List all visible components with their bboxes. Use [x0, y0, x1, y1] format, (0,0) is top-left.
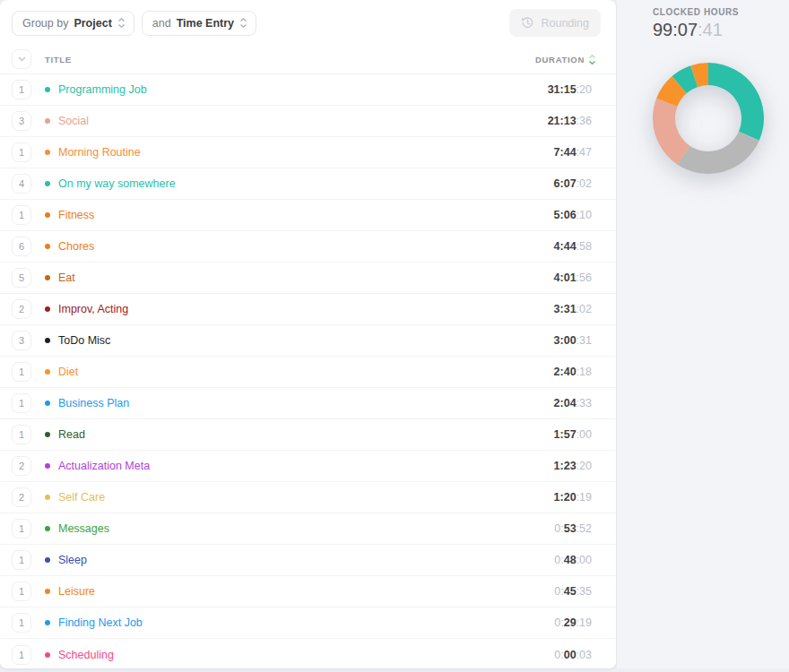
duration-dim-end: :58	[577, 240, 592, 253]
and-group-value: Time Entry	[177, 17, 234, 30]
duration-bold: 31:15	[548, 83, 577, 96]
table-row[interactable]: 1 Morning Routine 7:44:47	[0, 137, 616, 168]
duration-dim-start: 0:	[554, 554, 563, 566]
and-group-dropdown[interactable]: and Time Entry	[142, 11, 256, 36]
clocked-hours-donut-chart	[649, 59, 767, 177]
row-duration: 31:15:20	[548, 83, 592, 96]
duration-dim-end: :47	[577, 146, 592, 159]
row-entry-count: 1	[12, 550, 31, 570]
duration-bold: 2:40	[554, 366, 577, 378]
project-title: Sleep	[58, 554, 87, 566]
row-duration: 2:40:18	[554, 366, 592, 378]
row-duration: 6:07:02	[554, 177, 592, 190]
group-by-value: Project	[74, 17, 111, 30]
row-duration: 4:44:58	[554, 240, 592, 253]
grouping-toolbar: Group by Project and Time Entry	[0, 0, 616, 45]
duration-bold: 48	[564, 554, 577, 566]
table-row[interactable]: 1 Leisure 0:45:35	[0, 576, 616, 607]
chevron-down-icon	[18, 56, 26, 62]
table-row[interactable]: 2 Self Care 1:20:19	[0, 482, 616, 513]
duration-dim-end: :19	[577, 491, 592, 504]
duration-dim-end: :02	[577, 303, 592, 315]
table-row[interactable]: 1 Fitness 5:06:10	[0, 200, 616, 231]
project-color-dot	[45, 432, 50, 437]
row-entry-count: 2	[12, 456, 31, 476]
table-row[interactable]: 3 ToDo Misc 3:00:31	[0, 325, 616, 357]
row-duration: 7:44:47	[554, 146, 592, 159]
project-color-dot	[45, 306, 50, 312]
duration-dim-end: :56	[577, 271, 592, 284]
table-row[interactable]: 1 Finding Next Job 0:29:19	[0, 607, 616, 639]
duration-bold: 29	[564, 616, 577, 629]
duration-bold: 1:23	[554, 460, 577, 472]
project-title: Read	[58, 428, 85, 441]
table-row[interactable]: 6 Chores 4:44:58	[0, 231, 616, 263]
project-title: On my way somewhere	[58, 177, 176, 190]
project-title: Finding Next Job	[58, 616, 143, 629]
project-color-dot	[45, 87, 50, 92]
duration-dim-start: 0:	[554, 649, 563, 661]
column-header-title: TITLE	[45, 55, 72, 65]
duration-dim-end: :52	[577, 522, 592, 535]
duration-dim-end: :31	[577, 334, 592, 347]
row-entry-count: 1	[12, 613, 31, 633]
project-color-dot	[45, 275, 50, 280]
duration-bold: 3:31	[554, 303, 577, 315]
group-by-dropdown[interactable]: Group by Project	[12, 11, 134, 36]
duration-dim-end: :19	[577, 616, 592, 629]
table-row[interactable]: 2 Actualization Meta 1:23:20	[0, 451, 616, 482]
report-table-card: Group by Project and Time Entry	[0, 0, 616, 668]
table-row[interactable]: 4 On my way somewhere 6:07:02	[0, 168, 616, 200]
table-row[interactable]: 2 Improv, Acting 3:31:02	[0, 294, 616, 325]
table-row[interactable]: 1 Programming Job 31:15:20	[0, 74, 616, 106]
table-row[interactable]: 1 Messages 0:53:52	[0, 513, 616, 545]
table-row[interactable]: 3 Social 21:13:36	[0, 106, 616, 137]
table-row[interactable]: 1 Business Plan 2:04:33	[0, 388, 616, 419]
table-row[interactable]: 1 Sleep 0:48:00	[0, 545, 616, 576]
row-entry-count: 2	[12, 487, 31, 507]
project-title: Programming Job	[58, 83, 147, 96]
table-row[interactable]: 5 Eat 4:01:56	[0, 263, 616, 294]
row-duration: 1:23:20	[554, 460, 592, 472]
select-all-toggle[interactable]	[12, 49, 31, 69]
row-entry-count: 5	[12, 268, 31, 288]
table-row[interactable]: 1 Read 1:57:00	[0, 419, 616, 451]
row-duration: 3:00:31	[554, 334, 592, 347]
row-duration: 1:20:19	[554, 491, 592, 504]
project-title: Morning Routine	[58, 146, 141, 159]
row-duration: 0:48:00	[554, 554, 592, 566]
project-color-dot	[45, 495, 50, 500]
table-row[interactable]: 1 Scheduling 0:00:03	[0, 639, 616, 668]
column-header-duration[interactable]: DURATION	[535, 54, 596, 65]
project-color-dot	[45, 181, 50, 186]
duration-bold: 5:06	[554, 209, 577, 221]
row-entry-count: 1	[12, 80, 31, 99]
duration-bold: 1:20	[554, 491, 577, 504]
project-color-dot	[45, 338, 50, 343]
rounding-button[interactable]: Rounding	[509, 9, 601, 37]
group-by-label: Group by	[22, 17, 68, 30]
duration-bold: 1:57	[554, 428, 577, 441]
row-entry-count: 1	[12, 425, 31, 444]
duration-bold: 53	[564, 522, 577, 535]
rounding-history-icon	[521, 16, 534, 30]
duration-bold: 45	[564, 585, 577, 598]
duration-bold: 4:01	[554, 271, 577, 284]
duration-bold: 7:44	[554, 146, 577, 159]
duration-bold: 21:13	[548, 115, 577, 127]
row-duration: 2:04:33	[554, 397, 592, 409]
row-entry-count: 1	[12, 645, 31, 665]
row-duration: 1:57:00	[554, 428, 592, 441]
duration-bold: 3:00	[554, 334, 577, 347]
row-entry-count: 4	[12, 174, 31, 194]
table-row[interactable]: 1 Diet 2:40:18	[0, 357, 616, 388]
reports-page: Group by Project and Time Entry	[0, 0, 789, 672]
sort-chevrons-icon	[588, 54, 596, 65]
project-title: Business Plan	[58, 397, 129, 409]
duration-dim-end: :35	[577, 585, 592, 598]
duration-dim-start: 0:	[554, 616, 563, 629]
rounding-label: Rounding	[541, 17, 589, 30]
duration-dim-end: :00	[577, 428, 592, 441]
clocked-hours-seconds: :41	[698, 20, 723, 39]
clocked-hours-main: 99:07	[653, 20, 698, 39]
